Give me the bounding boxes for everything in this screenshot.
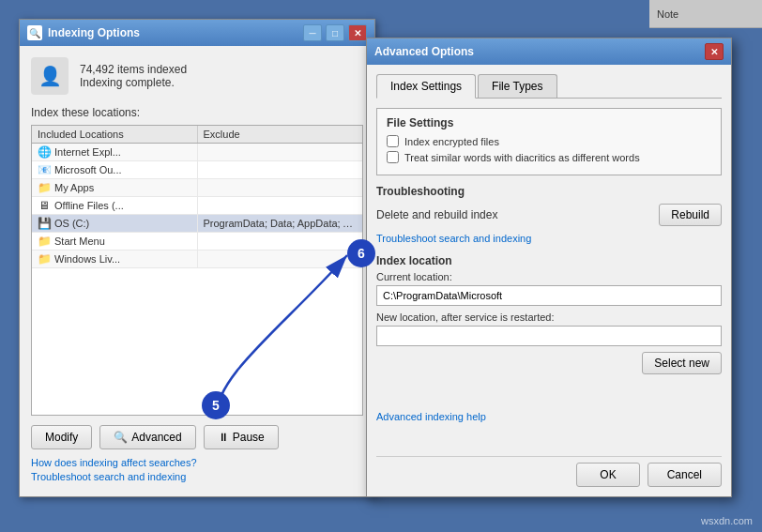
tabs: Index Settings File Types	[376, 74, 722, 99]
indexing-titlebar: 🔍 Indexing Options ─ □ ✕	[20, 20, 374, 46]
index-location-title: Index location	[376, 254, 722, 267]
table-row[interactable]: 🖥Offline Files (...	[32, 197, 362, 215]
window-links: How does indexing affect searches? Troub…	[31, 457, 363, 485]
indexing-options-window: 🔍 Indexing Options ─ □ ✕ 👤 74,492 items …	[19, 19, 375, 497]
location-icon-3: 🖥	[38, 199, 51, 212]
indexing-window-icon: 🔍	[27, 25, 42, 40]
annotation-5: 5	[202, 391, 230, 419]
rebuild-label: Delete and rebuild index	[376, 208, 497, 221]
rebuild-row: Delete and rebuild index Rebuild	[376, 204, 722, 226]
advanced-help-link[interactable]: Advanced indexing help	[376, 411, 722, 422]
select-new-button[interactable]: Select new	[642, 352, 722, 374]
window-buttons: Modify 🔍 Advanced ⏸ Pause	[31, 425, 363, 449]
annotation-6: 6	[347, 239, 375, 267]
index-info: 74,492 items indexed Indexing complete.	[80, 63, 363, 89]
td-location-6: 📁Windows Liv...	[32, 251, 198, 267]
td-exclude-3	[198, 204, 363, 207]
tab-file-types[interactable]: File Types	[478, 74, 556, 98]
location-icon-5: 📁	[38, 235, 51, 248]
index-location-section: Index location Current location: C:\Prog…	[376, 254, 722, 374]
how-affect-link[interactable]: How does indexing affect searches?	[31, 457, 363, 468]
encrypt-label: Index encrypted files	[404, 136, 499, 147]
titlebar-controls: ─ □ ✕	[303, 24, 367, 41]
encrypt-checkbox[interactable]	[387, 135, 399, 147]
advanced-dialog-titlebar: Advanced Options ✕	[367, 38, 731, 65]
th-exclude: Exclude	[198, 126, 363, 143]
new-location-label: New location, after service is restarted…	[376, 312, 722, 323]
advanced-dialog-close[interactable]: ✕	[705, 43, 724, 60]
note-label: Note	[657, 8, 678, 20]
location-icon-6: 📁	[38, 252, 51, 266]
advanced-options-dialog: Advanced Options ✕ Index Settings File T…	[366, 38, 732, 497]
locations-table: Included Locations Exclude 🌐Internet Exp…	[31, 125, 363, 416]
td-location-2: 📁My Apps	[32, 179, 198, 196]
tab-index-settings[interactable]: Index Settings	[376, 74, 476, 99]
indexing-window-content: 👤 74,492 items indexed Indexing complete…	[20, 46, 374, 496]
table-row[interactable]: 📧Microsoft Ou...	[32, 161, 362, 179]
table-row[interactable]: 📁Start Menu	[32, 233, 362, 251]
location-icon-0: 🌐	[38, 145, 51, 159]
index-header: 👤 74,492 items indexed Indexing complete…	[31, 57, 363, 95]
close-button[interactable]: ✕	[348, 24, 367, 41]
table-row[interactable]: 📁My Apps	[32, 179, 362, 197]
new-location-input[interactable]	[376, 326, 722, 346]
file-settings-section: File Settings Index encrypted files Trea…	[376, 108, 722, 175]
td-exclude-5	[198, 239, 363, 243]
table-header: Included Locations Exclude	[32, 126, 362, 144]
section-label: Index these locations:	[31, 106, 363, 119]
rebuild-button[interactable]: Rebuild	[659, 204, 722, 226]
advanced-icon: 🔍	[114, 431, 128, 444]
advanced-button[interactable]: 🔍 Advanced	[99, 425, 195, 449]
td-location-4: 💾OS (C:)	[32, 215, 198, 232]
table-row[interactable]: 🌐Internet Expl...	[32, 144, 362, 161]
table-row[interactable]: 📁Windows Liv...	[32, 251, 362, 268]
checkbox-row-1: Index encrypted files	[387, 135, 711, 147]
new-location-row: Select new	[376, 326, 722, 374]
location-icon-4: 💾	[38, 217, 51, 230]
troubleshoot-section: Troubleshooting Delete and rebuild index…	[376, 185, 722, 245]
checkbox-row-2: Treat similar words with diacritics as d…	[387, 151, 711, 163]
diacritics-label: Treat similar words with diacritics as d…	[404, 152, 640, 163]
td-location-5: 📁Start Menu	[32, 233, 198, 250]
td-exclude-6	[198, 257, 363, 261]
td-exclude-1	[198, 168, 363, 172]
table-row[interactable]: 💾OS (C:) ProgramData; Data; AppData; App…	[32, 215, 362, 233]
td-exclude-0	[198, 150, 363, 154]
minimize-button[interactable]: ─	[303, 24, 322, 41]
maximize-button[interactable]: □	[326, 24, 344, 41]
items-count: 74,492 items indexed	[80, 63, 363, 76]
location-icon-1: 📧	[38, 163, 51, 176]
td-exclude-2	[198, 186, 363, 190]
file-settings-title: File Settings	[387, 116, 711, 129]
advanced-dialog-title: Advanced Options	[374, 45, 474, 58]
td-location-1: 📧Microsoft Ou...	[32, 161, 198, 178]
pause-icon: ⏸	[218, 431, 229, 444]
th-included: Included Locations	[32, 126, 198, 143]
dialog-footer: OK Cancel	[376, 456, 722, 487]
troubleshoot-link[interactable]: Troubleshoot search and indexing	[31, 471, 363, 482]
modify-button[interactable]: Modify	[31, 425, 92, 449]
td-location-3: 🖥Offline Files (...	[32, 197, 198, 214]
index-complete: Indexing complete.	[80, 76, 363, 89]
cancel-button[interactable]: Cancel	[648, 463, 722, 487]
ok-button[interactable]: OK	[576, 463, 639, 487]
troubleshoot-title: Troubleshooting	[376, 185, 722, 198]
index-icon: 👤	[31, 57, 69, 95]
current-location-display: C:\ProgramData\Microsoft	[376, 285, 722, 306]
current-location-label: Current location:	[376, 271, 722, 282]
location-icon-2: 📁	[38, 181, 51, 194]
pause-button[interactable]: ⏸ Pause	[204, 425, 279, 449]
bottom-watermark: wsxdn.com	[701, 515, 753, 526]
td-exclude-4: ProgramData; Data; AppData; AppData; ...	[198, 216, 363, 231]
diacritics-checkbox[interactable]	[387, 151, 399, 163]
troubleshoot-search-link[interactable]: Troubleshoot search and indexing	[376, 233, 531, 244]
indexing-window-title: Indexing Options	[48, 26, 140, 39]
note-area: Note	[649, 0, 762, 28]
advanced-dialog-content: Index Settings File Types File Settings …	[367, 65, 731, 496]
td-location-0: 🌐Internet Expl...	[32, 144, 198, 160]
